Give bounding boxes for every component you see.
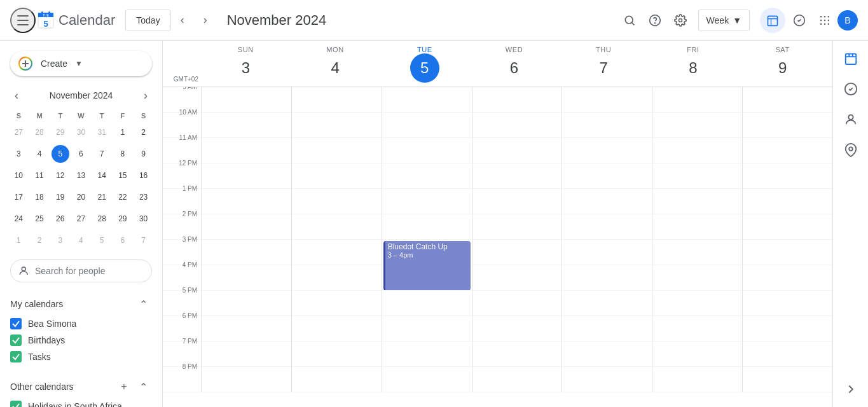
- day-column-cell[interactable]: [201, 240, 291, 265]
- day-column-cell[interactable]: [472, 163, 562, 189]
- day-column-cell[interactable]: [652, 87, 742, 113]
- mini-cal-day[interactable]: 7: [92, 144, 112, 164]
- day-column-cell[interactable]: [561, 367, 652, 392]
- today-button[interactable]: Today: [125, 10, 170, 31]
- mini-cal-day[interactable]: 22: [113, 187, 133, 207]
- day-column-cell[interactable]: [742, 214, 832, 240]
- day-column-cell[interactable]: [652, 265, 742, 291]
- day-column-cell[interactable]: [291, 291, 382, 316]
- mini-cal-day[interactable]: 31: [92, 122, 112, 142]
- mini-cal-day[interactable]: 28: [92, 209, 112, 229]
- mini-cal-day[interactable]: 27: [9, 122, 29, 142]
- day-column-cell[interactable]: [742, 138, 832, 163]
- avatar[interactable]: B: [837, 10, 858, 31]
- day-column-cell[interactable]: [561, 265, 652, 291]
- menu-button[interactable]: [10, 8, 36, 33]
- day-column-cell[interactable]: [201, 163, 291, 189]
- day-column-cell[interactable]: [201, 341, 291, 367]
- day-column-cell[interactable]: [472, 367, 562, 392]
- day-column-cell[interactable]: [201, 367, 291, 392]
- day-column-cell[interactable]: [561, 113, 652, 138]
- people-icon-right[interactable]: [838, 107, 864, 132]
- day-column-cell[interactable]: [201, 316, 291, 341]
- search-people-field[interactable]: Search for people: [10, 259, 152, 282]
- mini-next-button[interactable]: ›: [137, 86, 155, 104]
- day-column-cell[interactable]: [472, 113, 562, 138]
- day-column-cell[interactable]: [382, 87, 472, 113]
- mini-cal-day[interactable]: 6: [113, 230, 133, 251]
- day-column-cell[interactable]: [382, 316, 472, 341]
- mini-cal-day[interactable]: 30: [71, 122, 91, 142]
- day-column-cell[interactable]: [291, 214, 382, 240]
- week-view-selector[interactable]: Week ▼: [698, 10, 750, 31]
- maps-icon-right[interactable]: [838, 137, 864, 163]
- day-column-cell[interactable]: [382, 341, 472, 367]
- day-column-cell[interactable]: [742, 291, 832, 316]
- mini-cal-day[interactable]: 23: [134, 187, 153, 207]
- day-column-cell[interactable]: [561, 214, 652, 240]
- day-column-cell[interactable]: [652, 163, 742, 189]
- day-column-cell[interactable]: [201, 214, 291, 240]
- day-column-cell[interactable]: [652, 214, 742, 240]
- day-column-cell[interactable]: [652, 240, 742, 265]
- mini-cal-day[interactable]: 3: [50, 230, 70, 251]
- mini-cal-day[interactable]: 19: [50, 187, 70, 207]
- mini-cal-day[interactable]: 4: [71, 230, 91, 251]
- mini-cal-day[interactable]: 17: [9, 187, 29, 207]
- calendar-item-birthdays[interactable]: Birthdays: [0, 332, 162, 348]
- create-button[interactable]: Create ▼: [10, 51, 152, 76]
- day-column-cell[interactable]: [561, 87, 652, 113]
- mini-prev-button[interactable]: ‹: [8, 86, 25, 104]
- day-column-cell[interactable]: [742, 341, 832, 367]
- day-column-cell[interactable]: [472, 341, 562, 367]
- day-column-cell[interactable]: [472, 214, 562, 240]
- day-column-cell[interactable]: [291, 240, 382, 265]
- day-column-cell[interactable]: [742, 189, 832, 214]
- day-column-cell[interactable]: [472, 291, 562, 316]
- tasks-view-button[interactable]: [787, 8, 812, 33]
- day-column-cell[interactable]: [201, 138, 291, 163]
- day-column-cell[interactable]: [652, 316, 742, 341]
- day-column-cell[interactable]: [652, 341, 742, 367]
- prev-button[interactable]: ‹: [171, 9, 194, 32]
- day-column-cell[interactable]: [472, 189, 562, 214]
- mini-cal-day[interactable]: 28: [30, 122, 50, 142]
- mini-cal-day[interactable]: 9: [134, 144, 153, 164]
- day-column-cell[interactable]: [291, 367, 382, 392]
- next-button[interactable]: ›: [194, 9, 217, 32]
- apps-button[interactable]: [812, 8, 837, 33]
- mini-cal-day[interactable]: 11: [30, 165, 50, 186]
- day-column-cell[interactable]: [561, 291, 652, 316]
- day-column-cell[interactable]: [291, 163, 382, 189]
- day-column-cell[interactable]: [561, 163, 652, 189]
- mini-cal-day[interactable]: 29: [113, 209, 133, 229]
- mini-cal-day[interactable]: 13: [71, 165, 91, 186]
- day-column-cell[interactable]: [652, 189, 742, 214]
- my-calendars-header[interactable]: My calendars ⌃: [0, 293, 162, 315]
- other-calendars-header[interactable]: Other calendars + ⌃: [0, 375, 162, 398]
- calendar-item-holidays-south-africa[interactable]: Holidays in South Africa: [0, 398, 162, 407]
- mini-cal-day[interactable]: 21: [92, 187, 112, 207]
- mini-cal-day[interactable]: 15: [113, 165, 133, 186]
- day-column-cell[interactable]: [561, 316, 652, 341]
- day-column-cell[interactable]: [382, 163, 472, 189]
- mini-cal-day[interactable]: 3: [9, 144, 29, 164]
- day-column-cell[interactable]: [201, 189, 291, 214]
- mini-cal-day[interactable]: 20: [71, 187, 91, 207]
- day-column-cell[interactable]: [291, 265, 382, 291]
- day-column-cell[interactable]: [652, 367, 742, 392]
- mini-cal-day[interactable]: 12: [50, 165, 70, 186]
- mini-cal-day[interactable]: 27: [71, 209, 91, 229]
- day-column-cell[interactable]: [201, 113, 291, 138]
- day-column-cell[interactable]: [742, 163, 832, 189]
- day-column-cell[interactable]: [382, 113, 472, 138]
- day-column-cell[interactable]: [742, 265, 832, 291]
- day-column-cell[interactable]: [652, 291, 742, 316]
- mini-cal-day[interactable]: 16: [134, 165, 153, 186]
- day-column-cell[interactable]: [742, 367, 832, 392]
- day-column-cell[interactable]: [472, 240, 562, 265]
- day-column-cell[interactable]: [201, 291, 291, 316]
- day-column-cell[interactable]: [561, 138, 652, 163]
- mini-cal-day[interactable]: 8: [113, 144, 133, 164]
- mini-cal-day[interactable]: 2: [134, 122, 153, 142]
